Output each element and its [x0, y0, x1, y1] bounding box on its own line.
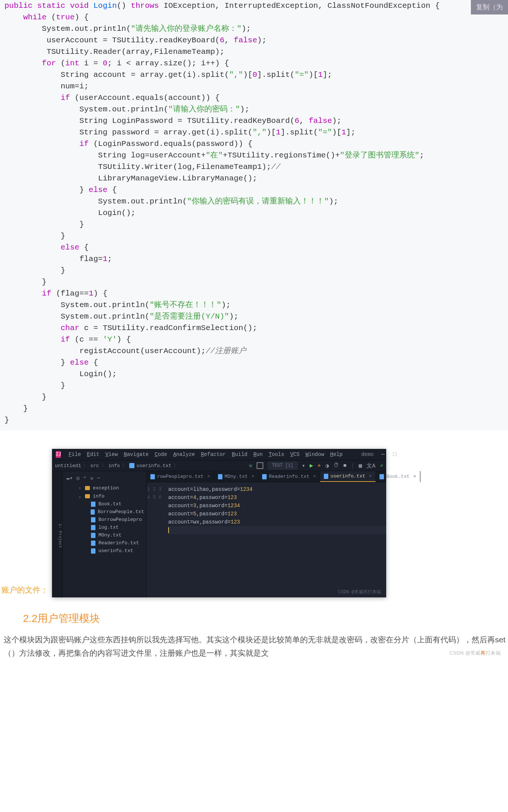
file-icon — [324, 474, 328, 479]
file-icon — [262, 474, 267, 479]
tree-label: BorrowPeoplepro — [98, 517, 142, 522]
debug-icon[interactable]: ⌖ — [318, 462, 321, 469]
project-tree: ▬▾ ◎ ÷ ⇲ — ›exception⌄infoBook.txtBorrow… — [63, 471, 147, 597]
breadcrumb-seg[interactable]: info — [108, 463, 120, 469]
run-config-chip[interactable]: TEST [1] — [268, 462, 297, 469]
section-heading: 2.2用户管理模块 — [23, 612, 508, 626]
coverage-icon[interactable]: ◑ — [325, 462, 329, 469]
page-watermark: CSDN @常威再打来福 — [449, 646, 501, 660]
menu-run[interactable]: Run — [253, 451, 263, 457]
profiler-icon[interactable]: ⏱ — [333, 462, 339, 469]
stop-icon[interactable]: ■ — [343, 463, 346, 469]
file-icon — [91, 517, 95, 522]
tree-file[interactable]: userinfo.txt — [63, 547, 146, 555]
tree-label: userinfo.txt — [98, 548, 133, 554]
maximize-icon[interactable]: □ — [393, 451, 397, 458]
menu-view[interactable]: View — [105, 451, 118, 457]
tree-collapse-icon[interactable]: ÷ — [83, 475, 86, 481]
ide-caption: 账户的文件： — [0, 585, 52, 597]
editor-tab[interactable]: MOny.txt× — [214, 471, 258, 482]
ide-topbar: untitled1〉src〉info〉userinfo.txt〉 ⚒ TEST … — [52, 460, 386, 471]
search-icon[interactable]: ⌕ — [380, 462, 383, 469]
tab-label: Readerinfo.txt — [269, 474, 309, 479]
code-block: 复制（为public static void Login() throws IO… — [0, 0, 508, 430]
menu-navigate[interactable]: Navigate — [124, 451, 149, 457]
menu-analyze[interactable]: Analyze — [173, 451, 195, 457]
file-icon — [380, 474, 384, 479]
chevron-right-icon: 〉 — [83, 462, 88, 469]
ide-titlebar: IJ FileEditViewNavigateCodeAnalyzeRefact… — [52, 449, 386, 460]
chevron-down-icon[interactable]: ▾ — [302, 462, 305, 469]
tree-file[interactable]: BorrowPeople.txt — [63, 508, 146, 516]
tab-label: Book.txt — [386, 474, 409, 479]
tab-label: rowPeoplepro.txt — [157, 474, 203, 479]
ide-project-name: demo — [361, 451, 374, 457]
close-icon[interactable]: × — [313, 474, 316, 479]
menu-vcs[interactable]: VCS — [290, 451, 299, 457]
minimize-icon[interactable]: — — [381, 451, 385, 458]
editor-tab[interactable]: Book.txt× — [376, 471, 420, 482]
close-icon[interactable]: × — [207, 474, 210, 479]
editor-tab[interactable]: Readerinfo.txt× — [258, 471, 320, 482]
build-icon[interactable]: ⚒ — [249, 462, 252, 469]
folder-icon — [85, 494, 90, 498]
tree-label: Book.txt — [98, 501, 121, 507]
tree-file[interactable]: MOny.txt — [63, 531, 146, 539]
translate-icon[interactable]: 文A — [367, 462, 375, 469]
menu-build[interactable]: Build — [232, 451, 247, 457]
tree-label: log.txt — [98, 525, 119, 530]
tree-label: BorrowPeople.txt — [98, 509, 144, 515]
menu-refactor[interactable]: Refactor — [201, 451, 226, 457]
file-icon — [91, 509, 95, 515]
tree-label: exception — [93, 485, 119, 491]
file-icon — [218, 474, 222, 479]
file-icon — [129, 463, 134, 468]
tree-label: Readerinfo.txt — [98, 540, 139, 546]
tree-folder-icon[interactable]: ▬▾ — [66, 475, 73, 481]
grid-icon[interactable]: ▦ — [359, 462, 362, 469]
close-icon[interactable]: × — [413, 474, 416, 479]
menu-tools[interactable]: Tools — [268, 451, 284, 457]
chevron-right-icon: 〉 — [101, 462, 106, 469]
close-icon[interactable]: × — [251, 474, 254, 479]
ide-watermark: CSDN @常威再打来福 — [338, 589, 381, 595]
file-icon — [91, 525, 95, 530]
menu-edit[interactable]: Edit — [87, 451, 100, 457]
config-icon[interactable] — [257, 462, 263, 469]
tree-expand-icon[interactable]: ⇲ — [90, 475, 93, 481]
chevron-icon: › — [78, 485, 82, 491]
tree-file[interactable]: Book.txt — [63, 500, 146, 508]
breadcrumb-seg[interactable]: src — [90, 463, 99, 469]
menu-code[interactable]: Code — [155, 451, 167, 457]
ide-logo-icon: IJ — [56, 451, 61, 458]
tree-hide-icon[interactable]: — — [97, 475, 100, 481]
breadcrumb[interactable]: untitled1〉src〉info〉userinfo.txt〉 — [55, 462, 178, 469]
tree-file[interactable]: log.txt — [63, 524, 146, 531]
file-icon — [91, 548, 95, 554]
ide-window: IJ FileEditViewNavigateCodeAnalyzeRefact… — [52, 449, 386, 597]
file-icon — [91, 502, 95, 507]
paragraph: 这个模块因为跟密码账户这些东西挂钩所以我先选择写他。其实这个模块还是比较简单的无… — [4, 633, 508, 660]
close-icon[interactable]: × — [369, 473, 372, 479]
breadcrumb-seg[interactable]: userinfo.txt — [137, 463, 172, 469]
tab-label: userinfo.txt — [330, 473, 365, 479]
run-icon[interactable]: ▶ — [310, 462, 313, 469]
breadcrumb-seg[interactable]: untitled1 — [55, 463, 81, 469]
menu-window[interactable]: Window — [306, 451, 324, 457]
file-icon — [150, 474, 155, 479]
copy-button[interactable]: 复制（为 — [471, 0, 508, 14]
editor-content[interactable]: account=lihao,password=1234account=4,pas… — [165, 482, 386, 597]
menu-help[interactable]: Help — [330, 451, 343, 457]
menu-file[interactable]: File — [68, 451, 81, 457]
tree-file[interactable]: BorrowPeoplepro — [63, 516, 146, 524]
tree-label: MOny.txt — [98, 532, 121, 538]
tab-label: MOny.txt — [225, 474, 248, 479]
tree-target-icon[interactable]: ◎ — [76, 475, 79, 481]
file-icon — [91, 541, 95, 546]
editor-tab[interactable]: rowPeoplepro.txt× — [147, 471, 214, 482]
tree-folder[interactable]: ⌄info — [63, 492, 146, 500]
tree-file[interactable]: Readerinfo.txt — [63, 539, 146, 547]
project-rail[interactable]: 1: Project — [52, 471, 63, 597]
tree-folder[interactable]: ›exception — [63, 484, 146, 492]
editor-tab[interactable]: userinfo.txt× — [320, 471, 376, 482]
